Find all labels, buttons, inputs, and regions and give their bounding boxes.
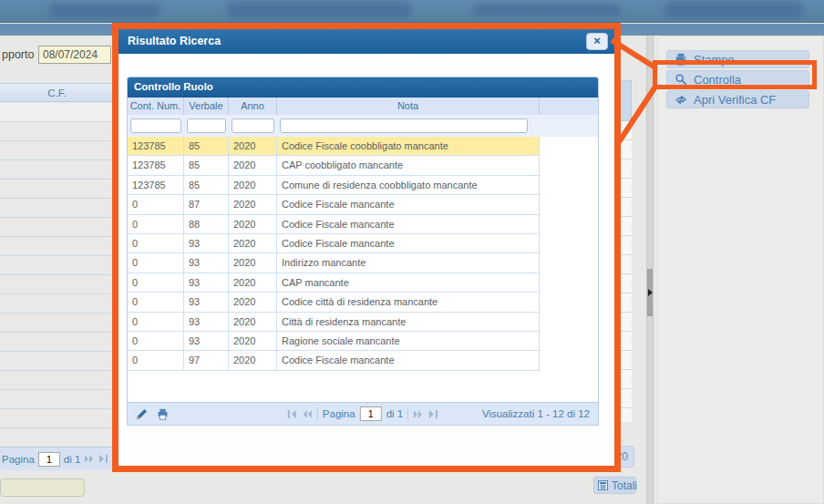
- table-row[interactable]: 0932020Ragione sociale mancante: [128, 332, 540, 351]
- controlla-button-label: Controlla: [694, 73, 741, 87]
- table-cell: CAP mancante: [277, 273, 540, 292]
- edit-pencil-icon[interactable]: [136, 408, 148, 420]
- navbar-blurred-content: [228, 3, 410, 18]
- last-page-icon[interactable]: [98, 454, 109, 464]
- splitter-handle[interactable]: [647, 269, 653, 316]
- panel-splitter[interactable]: [646, 36, 654, 504]
- stampe-button-label: Stampe: [694, 53, 735, 67]
- page-of-label: di 1: [386, 408, 404, 419]
- table-row[interactable]: 123785852020Comune di residenza coobblig…: [128, 176, 540, 195]
- table-cell: 0: [128, 234, 184, 252]
- first-page-icon[interactable]: [286, 409, 297, 419]
- table-cell: Indirizzo mancante: [277, 253, 540, 272]
- next-page-icon[interactable]: [84, 454, 95, 464]
- table-cell: Codice Fiscale mancante: [277, 351, 540, 369]
- table-row[interactable]: 0932020Codice Fiscale mancante: [128, 234, 540, 253]
- table-row[interactable]: 0932020Codice città di residenza mancant…: [128, 293, 540, 312]
- page-label: Pagina: [323, 408, 355, 419]
- apri-verifica-cf-button-label: Apri Verifica CF: [694, 93, 776, 107]
- grid-footer: Pagina di 1 Visualizzati 1 - 12 di 12: [128, 402, 598, 425]
- table-row[interactable]: 123785852020Codice Fiscale coobbligato m…: [128, 137, 540, 156]
- report-date-label: pporto: [2, 48, 34, 61]
- table-cell: 0: [128, 195, 184, 213]
- close-button[interactable]: ×: [586, 33, 608, 50]
- grid-rows: 123785852020Codice Fiscale coobbligato m…: [128, 137, 540, 371]
- prev-page-icon[interactable]: [302, 409, 313, 419]
- pager-separator: [317, 407, 318, 420]
- table-cell: 93: [184, 332, 229, 350]
- grid-caption: Controllo Ruolo: [128, 77, 598, 98]
- table-row[interactable]: 0882020Codice Fiscale mancante: [128, 215, 540, 234]
- table-row[interactable]: 0872020Codice Fiscale mancante: [128, 195, 540, 214]
- filter-nota-input[interactable]: [280, 118, 528, 133]
- table-cell: Codice Fiscale mancante: [277, 215, 540, 233]
- filter-anno-input[interactable]: [232, 118, 274, 133]
- table-cell: 2020: [229, 215, 277, 233]
- grid-filter-row: [128, 115, 598, 137]
- table-cell: 93: [184, 313, 229, 331]
- table-cell: 97: [184, 351, 229, 369]
- column-header-filler: [540, 98, 598, 115]
- top-navbar: [0, 0, 824, 23]
- stampe-button[interactable]: Stampe: [666, 50, 809, 68]
- page-number-input[interactable]: [360, 406, 382, 421]
- column-header-verbale[interactable]: Verbale: [184, 98, 229, 115]
- table-cell: 123785: [128, 176, 184, 194]
- next-page-icon[interactable]: [413, 409, 424, 419]
- table-cell: 2020: [229, 273, 277, 292]
- background-form: pporto C.F. Pagina di 1: [0, 36, 114, 504]
- table-cell: 2020: [229, 293, 277, 311]
- table-cell: 2020: [229, 253, 277, 272]
- table-row[interactable]: 0932020CAP mancante: [128, 273, 540, 293]
- table-cell: 123785: [128, 137, 184, 155]
- column-header-nota[interactable]: Nota: [277, 98, 540, 115]
- dialog-titlebar[interactable]: Risultato Ricerca ×: [118, 29, 614, 54]
- table-cell: Comune di residenza coobbligato mancante: [277, 176, 540, 194]
- table-cell: 2020: [229, 137, 277, 155]
- report-date-input[interactable]: [38, 46, 111, 64]
- navbar-blurred-content: [50, 4, 160, 17]
- background-input-field[interactable]: [0, 478, 85, 497]
- table-cell: 85: [184, 137, 229, 155]
- last-page-icon[interactable]: [428, 409, 439, 419]
- cf-column-header[interactable]: C.F.: [0, 83, 114, 102]
- search-icon: [675, 73, 687, 86]
- page-label: Pagina: [2, 454, 35, 465]
- print-icon[interactable]: [157, 408, 169, 420]
- table-cell: 0: [128, 313, 184, 331]
- table-row[interactable]: 0932020Indirizzo mancante: [128, 253, 540, 273]
- close-icon: ×: [593, 34, 601, 47]
- table-cell: Codice Fiscale mancante: [277, 234, 540, 252]
- table-cell: 2020: [229, 176, 277, 194]
- printer-icon: [675, 53, 687, 66]
- calculator-icon: [598, 480, 608, 490]
- background-filter-row: [0, 103, 114, 121]
- table-cell: 93: [184, 253, 229, 272]
- background-pager-bar: Pagina di 1: [0, 447, 114, 470]
- table-cell: 2020: [229, 313, 277, 331]
- table-cell: 93: [184, 273, 229, 292]
- controlla-button[interactable]: Controlla: [666, 70, 809, 88]
- page-of-label: di 1: [64, 454, 81, 465]
- filter-cont-num-input[interactable]: [130, 118, 181, 133]
- apri-verifica-cf-button[interactable]: Apri Verifica CF: [666, 90, 809, 108]
- filter-verbale-input[interactable]: [187, 118, 226, 133]
- table-row[interactable]: 0972020Codice Fiscale mancante: [128, 351, 540, 370]
- table-cell: 85: [184, 176, 229, 194]
- page-number-input[interactable]: [38, 452, 60, 467]
- table-cell: 0: [128, 293, 184, 311]
- table-row[interactable]: 123785852020CAP coobbligato mancante: [128, 156, 540, 175]
- table-cell: CAP coobbligato mancante: [277, 156, 540, 174]
- grid-pager: Pagina di 1: [286, 406, 439, 421]
- table-cell: 0: [128, 351, 184, 369]
- table-cell: 88: [184, 215, 229, 233]
- totali-button[interactable]: Totali: [593, 477, 636, 494]
- column-header-anno[interactable]: Anno: [229, 98, 277, 115]
- risultato-ricerca-dialog: Risultato Ricerca × Controllo Ruolo Cont…: [112, 23, 621, 472]
- table-cell: 2020: [229, 351, 277, 369]
- table-cell: 0: [128, 215, 184, 233]
- actions-panel: Stampe Controlla Apri Verifica CF: [657, 36, 824, 504]
- navbar-blurred-content: [665, 3, 802, 17]
- table-row[interactable]: 0932020Città di residenza mancante: [128, 313, 540, 332]
- column-header-cont-num[interactable]: Cont. Num.: [128, 98, 184, 115]
